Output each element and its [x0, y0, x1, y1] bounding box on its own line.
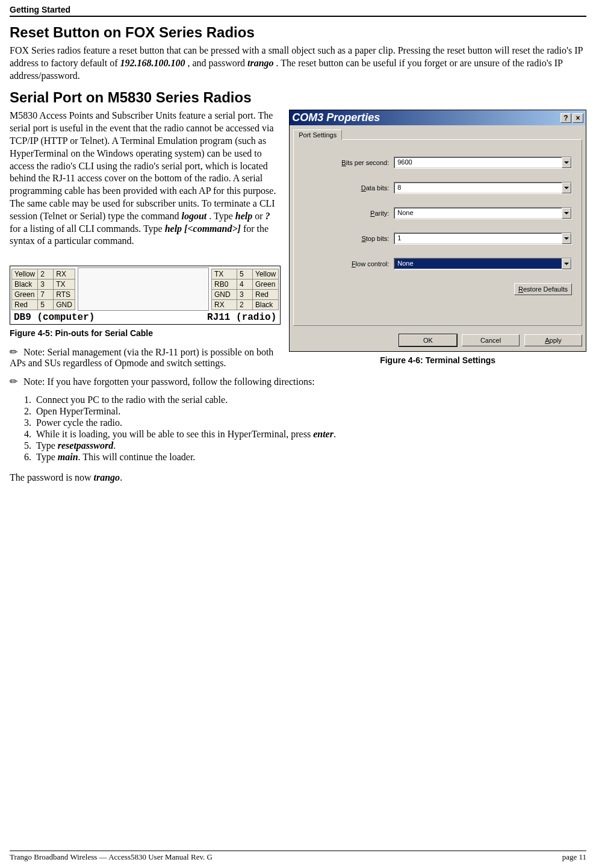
default-password: trango: [247, 58, 274, 68]
com3-properties-dialog: COM3 Properties ? × Port Settings Bits p…: [289, 110, 586, 352]
page-footer: Trango Broadband Wireless — Access5830 U…: [10, 851, 586, 862]
dialog-title-bar: COM3 Properties ? ×: [290, 110, 586, 125]
pinout-table-rj11: TX5Yellow RB04Green GND3Red RX2Black: [211, 269, 279, 310]
footer-right: page 11: [562, 852, 586, 862]
pinout-label-rj11: RJ11 (radio): [207, 312, 276, 323]
pinout-diagram: Yellow2RX Black3TX Green7RTS Red5GND TX5…: [10, 266, 281, 325]
cmd-help-command: help [<command>]: [165, 223, 241, 234]
value-flow-control: None: [394, 258, 562, 269]
footer-left: Trango Broadband Wireless — Access5830 U…: [10, 852, 213, 862]
text: M5830 Access Points and Subscriber Units…: [10, 110, 276, 220]
pencil-icon: ✎: [7, 375, 20, 389]
chevron-down-icon[interactable]: [562, 157, 571, 168]
dialog-title: COM3 Properties: [292, 111, 380, 124]
label-flow-control: Flow control:: [303, 260, 394, 267]
combo-stop-bits[interactable]: 1: [394, 233, 572, 245]
value-stop-bits: 1: [394, 233, 562, 244]
password-reset-steps: Connect you PC to the radio with the ser…: [34, 395, 586, 463]
pinout-label-db9: DB9 (computer): [14, 312, 95, 323]
chevron-down-icon[interactable]: [562, 233, 571, 244]
cmd-help: help: [235, 211, 252, 221]
pencil-icon: ✎: [7, 345, 20, 359]
para-reset: FOX Series radios feature a reset button…: [10, 45, 586, 82]
value-bits-per-second: 9600: [394, 157, 562, 168]
list-item: While it is loading, you will be able to…: [34, 429, 586, 440]
note-text: Note: If you have forgotten your passwor…: [21, 376, 315, 387]
chevron-down-icon[interactable]: [562, 208, 571, 219]
combo-data-bits[interactable]: 8: [394, 182, 572, 194]
value-data-bits: 8: [394, 183, 562, 193]
combo-parity[interactable]: None: [394, 207, 572, 219]
chevron-down-icon[interactable]: [562, 183, 571, 193]
help-button[interactable]: ?: [560, 113, 571, 123]
label-data-bits: Data bits:: [303, 184, 394, 192]
note-text: Note: Serial management (via the RJ-11 p…: [10, 347, 273, 368]
label-stop-bits: Stop bits:: [303, 235, 394, 242]
port-settings-panel: Bits per second: 9600 Data bits: 8: [293, 139, 582, 326]
password-result: The password is now trango.: [10, 472, 586, 484]
close-button[interactable]: ×: [573, 113, 583, 123]
note-forgot-password: ✎ Note: If you have forgotten your passw…: [10, 376, 586, 387]
pinout-table-db9: Yellow2RX Black3TX Green7RTS Red5GND: [11, 269, 75, 310]
tab-port-settings[interactable]: Port Settings: [293, 130, 342, 140]
combo-bits-per-second[interactable]: 9600: [394, 157, 572, 169]
label-bits-per-second: Bits per second:: [303, 159, 394, 166]
text: or: [255, 211, 265, 221]
list-item: Type resetpassword.: [34, 440, 586, 452]
list-item: Connect you PC to the radio with the ser…: [34, 395, 586, 406]
label-parity: Parity:: [303, 210, 394, 217]
note-serial-mgmt: ✎ Note: Serial management (via the RJ-11…: [10, 346, 281, 369]
chevron-down-icon[interactable]: [562, 258, 571, 269]
heading-reset: Reset Button on FOX Series Radios: [10, 24, 586, 41]
heading-serial: Serial Port on M5830 Series Radios: [10, 89, 586, 106]
cancel-button[interactable]: Cancel: [462, 334, 520, 346]
list-item: Open HyperTerminal.: [34, 406, 586, 417]
ok-button[interactable]: OK: [399, 334, 457, 346]
list-item: Type main. This will continue the loader…: [34, 452, 586, 463]
figure-4-6-caption: Figure 4-6: Terminal Settings: [289, 355, 586, 365]
cmd-logout: logout: [181, 211, 206, 221]
text: , and password: [187, 58, 247, 68]
list-item: Power cycle the radio.: [34, 417, 586, 429]
para-serial: M5830 Access Points and Subscriber Units…: [10, 110, 281, 248]
default-ip: 192.168.100.100: [120, 58, 185, 68]
text: for a listing of all CLI commands. Type: [10, 223, 165, 234]
cmd-question: ?: [265, 211, 270, 221]
value-parity: None: [394, 208, 562, 219]
connector-graphic: [78, 267, 209, 311]
combo-flow-control[interactable]: None: [394, 258, 572, 270]
apply-button[interactable]: Apply: [524, 334, 582, 346]
page-header: Getting Started: [10, 5, 586, 17]
figure-4-5-caption: Figure 4-5: Pin-outs for Serial Cable: [10, 328, 281, 338]
text: . Type: [209, 211, 235, 221]
restore-defaults-button[interactable]: Restore Defaults: [514, 283, 572, 295]
